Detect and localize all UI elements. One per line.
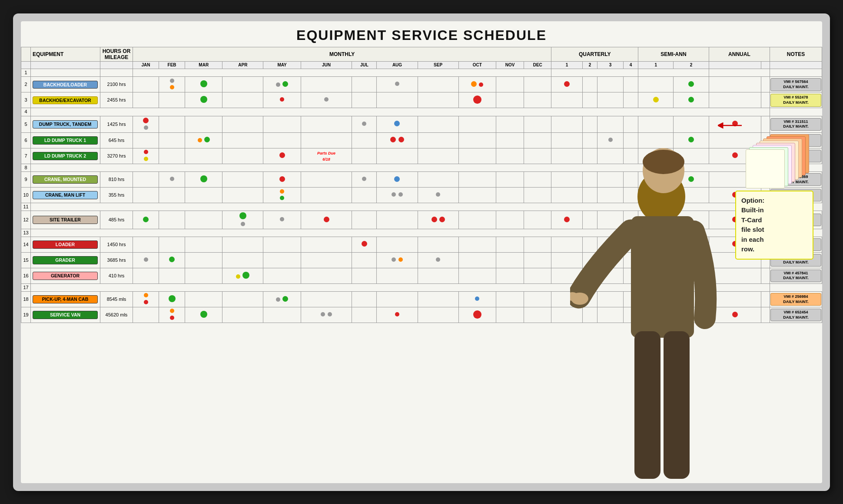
arrow-icon <box>718 117 744 134</box>
cell-mar <box>185 211 222 229</box>
cell-s1 <box>638 172 674 188</box>
cell-q2 <box>582 92 597 108</box>
dot <box>436 257 440 262</box>
dot <box>144 293 148 297</box>
dot <box>280 217 284 221</box>
cell-jul <box>352 211 377 229</box>
cell-q4 <box>623 268 638 283</box>
cell-jun <box>301 211 352 229</box>
hours-header: HOURS ORMILEAGE <box>100 47 133 62</box>
cell-s2 <box>674 148 709 164</box>
cell-q2 <box>582 307 597 323</box>
cell-may <box>263 211 301 229</box>
dot <box>144 125 148 130</box>
equipment-label: PICK-UP, 4-MAN CAB <box>33 295 98 303</box>
cell-jun <box>301 237 352 252</box>
dot <box>200 311 207 318</box>
dot <box>170 316 174 320</box>
cell-q4 <box>623 92 638 108</box>
tcard-stack <box>735 134 813 191</box>
dot <box>394 121 400 126</box>
cell-hrs: 485 hrs <box>100 211 133 229</box>
dot <box>564 217 570 222</box>
cell-jul <box>352 148 377 164</box>
cell-s1 <box>638 292 674 307</box>
cell-nov <box>496 188 524 203</box>
cell-q4 <box>623 116 638 132</box>
cell-jan <box>133 211 159 229</box>
schedule-table: EQUIPMENT HOURS ORMILEAGE MONTHLY QUARTE… <box>21 47 822 323</box>
cell-a2 <box>761 268 770 283</box>
cell-jan <box>133 188 159 203</box>
cell-jul <box>352 292 377 307</box>
cell-q3 <box>597 172 624 188</box>
cell-may <box>263 252 301 268</box>
tcard-option-box: Option:Built-inT-Cardfile slotin eachrow… <box>735 191 813 260</box>
cell-a2 <box>761 116 770 132</box>
cell-equip: SITE TRAILER <box>31 211 100 229</box>
cell-sep <box>418 92 458 108</box>
cell-num: 8 <box>21 164 31 172</box>
cell-q1 <box>551 307 583 323</box>
cell-empty <box>31 229 770 237</box>
cell-q1 <box>551 133 583 148</box>
cell-quarterly <box>551 69 638 77</box>
cell-q3 <box>597 148 624 164</box>
dot <box>280 97 284 102</box>
cell-jan <box>133 92 159 108</box>
equipment-label-site-trailer: SITE TRAILER <box>33 216 98 224</box>
subhdr-jun: JUN <box>301 62 352 69</box>
dot <box>473 310 481 319</box>
cell-aug <box>377 172 418 188</box>
cell-dec <box>524 237 551 252</box>
cell-nov <box>496 116 524 132</box>
cell-num: 16 <box>21 268 31 283</box>
cell-s1 <box>638 268 674 283</box>
cell-s1 <box>638 133 674 148</box>
cell-oct <box>458 77 496 92</box>
cell-jan <box>133 133 159 148</box>
cell-equip: CRANE, MAN LIFT <box>31 188 100 203</box>
cell-s2 <box>674 77 709 92</box>
cell-hrs: 2100 hrs <box>100 77 133 92</box>
cell-oct <box>458 116 496 132</box>
dot <box>398 137 404 142</box>
dot <box>653 97 659 102</box>
cell-a1 <box>709 307 761 323</box>
cell-jul <box>352 77 377 92</box>
table-row: 12 SITE TRAILER 485 hrs <box>21 211 822 229</box>
cell-s1 <box>638 188 674 203</box>
cell-apr <box>222 148 263 164</box>
dot <box>398 192 403 197</box>
cell-q2 <box>582 237 597 252</box>
cell-hrs: 645 hrs <box>100 133 133 148</box>
cell-jan <box>133 252 159 268</box>
cell-q1 <box>551 116 583 132</box>
equipment-label: LD DUMP TRUCK 1 <box>33 136 98 145</box>
dot <box>242 272 249 279</box>
note-card: VMI # 457841DAILY MAINT. <box>770 270 821 282</box>
cell-aug <box>377 268 418 283</box>
cell-may <box>263 268 301 283</box>
cell-notes <box>770 69 822 77</box>
cell-mar <box>185 148 222 164</box>
dot <box>688 81 694 87</box>
cell-q3 <box>597 116 624 132</box>
cell-dec <box>524 292 551 307</box>
cell-may <box>263 307 301 323</box>
cell-may <box>263 116 301 132</box>
cell-q4 <box>623 148 638 164</box>
cell-equip: LD DUMP TRUCK 2 <box>31 148 100 164</box>
dot <box>732 312 738 317</box>
table-row: 13 <box>21 229 822 237</box>
cell-dec <box>524 307 551 323</box>
cell-num: 11 <box>21 203 31 211</box>
cell-q2 <box>582 268 597 283</box>
cell-s1 <box>638 307 674 323</box>
cell-s2 <box>674 252 709 268</box>
dot <box>236 274 240 279</box>
cell-oct <box>458 252 496 268</box>
cell-s2 <box>674 116 709 132</box>
cell-num: 10 <box>21 188 31 203</box>
cell-sep <box>418 268 458 283</box>
